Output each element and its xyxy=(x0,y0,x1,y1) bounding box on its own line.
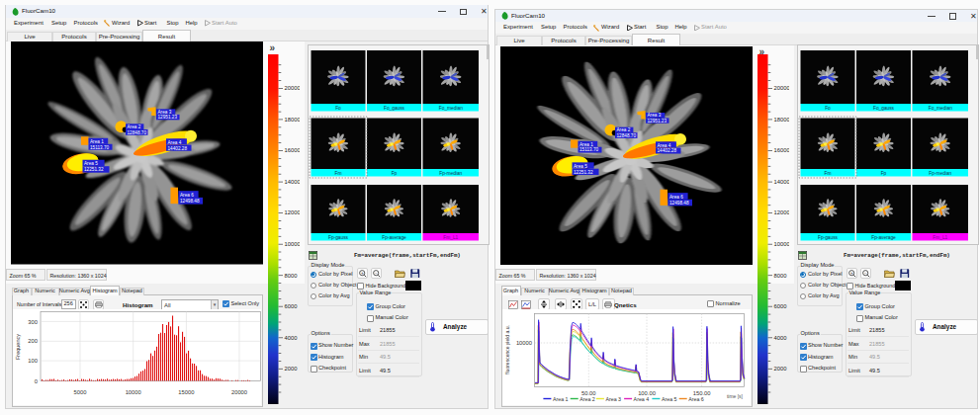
svg-text:+: + xyxy=(360,270,363,275)
svg-text:12000: 12000 xyxy=(773,209,789,215)
svg-text:6000: 6000 xyxy=(773,303,786,309)
svg-text:Area 2: Area 2 xyxy=(616,127,630,132)
svg-text:−: − xyxy=(374,270,377,275)
svg-text:Fm: Fm xyxy=(824,170,831,175)
svg-text:10000: 10000 xyxy=(773,241,789,247)
svg-text:Area 6: Area 6 xyxy=(180,193,194,198)
svg-text:12951.23: 12951.23 xyxy=(157,115,177,120)
svg-text:Fo_gauss: Fo_gauss xyxy=(872,105,894,110)
svg-text:20000: 20000 xyxy=(284,85,300,91)
svg-text:8000: 8000 xyxy=(284,273,297,279)
svg-text:20000: 20000 xyxy=(773,85,789,91)
svg-text:14000: 14000 xyxy=(284,179,300,185)
svg-text:16000: 16000 xyxy=(773,147,789,153)
svg-text:Area 5: Area 5 xyxy=(84,161,98,166)
svg-text:Fo_median: Fo_median xyxy=(928,105,951,110)
svg-text:150.00: 150.00 xyxy=(693,390,711,396)
svg-text:2000: 2000 xyxy=(284,366,297,372)
svg-text:10000: 10000 xyxy=(126,389,141,395)
svg-text:15113.70: 15113.70 xyxy=(90,145,110,150)
svg-text:Area 3: Area 3 xyxy=(647,113,661,118)
svg-text:14402.28: 14402.28 xyxy=(167,146,187,151)
svg-text:16000: 16000 xyxy=(284,147,300,153)
svg-text:100.00: 100.00 xyxy=(638,390,656,396)
svg-text:Area 4: Area 4 xyxy=(167,140,181,145)
svg-text:6000: 6000 xyxy=(284,303,297,309)
svg-text:Area 4: Area 4 xyxy=(657,142,670,147)
svg-text:fluorescence yield a.u.: fluorescence yield a.u. xyxy=(504,325,510,374)
svg-text:0: 0 xyxy=(35,378,38,384)
svg-text:8000: 8000 xyxy=(773,273,786,279)
svg-text:Fp: Fp xyxy=(880,170,886,175)
svg-text:Fp: Fp xyxy=(391,170,397,175)
svg-text:300: 300 xyxy=(28,319,38,325)
svg-text:Fm: Fm xyxy=(334,170,341,175)
svg-text:15000: 15000 xyxy=(178,389,194,395)
svg-text:Area 2: Area 2 xyxy=(579,396,595,402)
svg-text:Area 1: Area 1 xyxy=(579,141,593,146)
svg-text:Area 4: Area 4 xyxy=(634,396,650,402)
svg-text:Fm_L1: Fm_L1 xyxy=(443,234,458,239)
svg-text:12848.70: 12848.70 xyxy=(127,130,146,135)
svg-text:Fo: Fo xyxy=(825,105,831,110)
svg-text:Fp-average: Fp-average xyxy=(382,234,406,239)
svg-text:2000: 2000 xyxy=(773,366,786,372)
svg-text:50.00: 50.00 xyxy=(581,390,596,396)
svg-text:20000: 20000 xyxy=(231,389,247,395)
svg-text:12251.32: 12251.32 xyxy=(84,168,104,173)
svg-text:Fp-median: Fp-median xyxy=(439,170,462,175)
svg-text:Fo_gauss: Fo_gauss xyxy=(383,105,404,110)
svg-text:15113.70: 15113.70 xyxy=(579,147,599,152)
svg-text:200: 200 xyxy=(28,338,38,344)
svg-text:+: + xyxy=(849,270,852,275)
svg-text:12251.32: 12251.32 xyxy=(574,169,593,174)
svg-text:14000: 14000 xyxy=(773,179,789,185)
svg-text:12000: 12000 xyxy=(284,209,300,215)
svg-text:10000: 10000 xyxy=(516,340,532,346)
svg-text:Area 5: Area 5 xyxy=(574,163,587,168)
svg-text:Area 6: Area 6 xyxy=(669,194,683,199)
svg-text:12848.70: 12848.70 xyxy=(616,132,636,137)
svg-text:18000: 18000 xyxy=(284,117,300,123)
svg-text:12951.23: 12951.23 xyxy=(647,118,667,123)
svg-text:Fp-median: Fp-median xyxy=(929,170,951,175)
svg-text:Area 1: Area 1 xyxy=(553,396,569,402)
svg-text:Area 6: Area 6 xyxy=(688,396,704,402)
svg-text:5000: 5000 xyxy=(74,389,87,395)
svg-text:14402.28: 14402.28 xyxy=(657,148,676,153)
svg-text:10000: 10000 xyxy=(284,241,300,247)
svg-text:Fp-average: Fp-average xyxy=(871,234,896,239)
svg-text:Area 3: Area 3 xyxy=(605,396,621,402)
svg-text:Fp-gauss: Fp-gauss xyxy=(818,234,839,239)
svg-text:4000: 4000 xyxy=(284,335,297,341)
svg-text:Fo: Fo xyxy=(335,105,341,110)
svg-text:Area 2: Area 2 xyxy=(127,124,140,129)
svg-text:Fo_median: Fo_median xyxy=(438,105,462,110)
svg-text:100: 100 xyxy=(28,358,38,364)
svg-text:time [s]: time [s] xyxy=(727,393,744,399)
svg-text:Area 5: Area 5 xyxy=(662,396,677,402)
svg-text:Frequency: Frequency xyxy=(15,334,21,360)
svg-text:12498.48: 12498.48 xyxy=(669,201,689,206)
svg-text:Area 1: Area 1 xyxy=(90,139,104,144)
svg-text:Fp-gauss: Fp-gauss xyxy=(328,234,349,239)
svg-text:4000: 4000 xyxy=(773,335,786,341)
svg-text:Area 3: Area 3 xyxy=(157,110,171,115)
svg-text:12498.48: 12498.48 xyxy=(180,199,200,204)
svg-text:Fm_L1: Fm_L1 xyxy=(933,234,947,239)
svg-text:−: − xyxy=(863,270,866,275)
svg-text:18000: 18000 xyxy=(773,117,789,123)
